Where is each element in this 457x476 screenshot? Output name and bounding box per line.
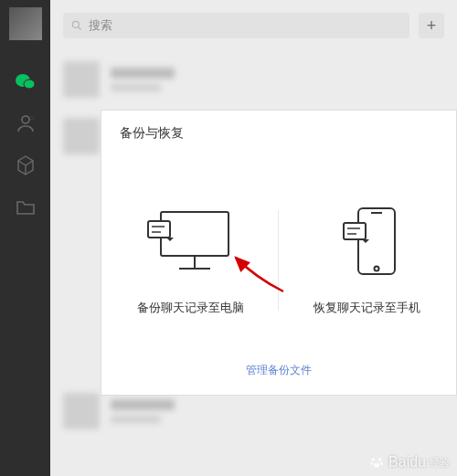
chat-row[interactable]	[50, 51, 457, 108]
contacts-icon[interactable]	[14, 111, 37, 135]
restore-to-phone-label: 恢复聊天记录至手机	[314, 300, 420, 316]
phone-icon	[331, 205, 404, 278]
restore-to-phone-option[interactable]: 恢复聊天记录至手机	[314, 205, 420, 316]
svg-point-23	[380, 462, 383, 465]
divider	[278, 210, 279, 311]
favorites-icon[interactable]	[14, 153, 37, 177]
arrow-annotation	[228, 250, 292, 296]
monitor-icon	[144, 205, 236, 278]
backup-restore-modal: 备份与恢复 备份聊天记录至电脑	[101, 110, 457, 396]
svg-point-15	[374, 267, 378, 271]
backup-to-pc-option[interactable]: 备份聊天记录至电脑	[137, 205, 244, 316]
svg-rect-17	[344, 223, 366, 239]
topbar: 搜索 +	[50, 0, 457, 51]
sidebar	[0, 0, 50, 476]
modal-title: 备份与恢复	[101, 111, 456, 156]
manage-backup-link[interactable]: 管理备份文件	[101, 348, 456, 395]
svg-point-6	[72, 21, 79, 27]
main-area: 搜索 + 备份与恢复	[50, 0, 457, 476]
chat-avatar	[63, 393, 100, 429]
svg-point-20	[372, 458, 376, 461]
svg-point-24	[374, 462, 379, 467]
svg-point-2	[22, 116, 29, 123]
svg-point-1	[24, 79, 35, 89]
svg-rect-11	[148, 221, 170, 238]
svg-rect-8	[161, 212, 228, 256]
files-icon[interactable]	[14, 196, 37, 219]
search-icon	[70, 19, 83, 32]
search-input[interactable]: 搜索	[63, 13, 409, 38]
new-chat-button[interactable]: +	[419, 13, 444, 38]
svg-point-21	[378, 458, 382, 461]
paw-icon	[368, 454, 385, 471]
chat-avatar	[63, 118, 100, 154]
avatar[interactable]	[9, 7, 42, 40]
watermark: Baidu 经验	[368, 454, 450, 471]
svg-point-22	[370, 462, 373, 465]
search-placeholder: 搜索	[89, 17, 112, 34]
chat-icon[interactable]	[14, 69, 37, 93]
modal-options: 备份聊天记录至电脑	[101, 156, 456, 348]
backup-to-pc-label: 备份聊天记录至电脑	[137, 300, 244, 316]
chat-avatar	[63, 61, 100, 98]
svg-line-7	[79, 27, 81, 30]
